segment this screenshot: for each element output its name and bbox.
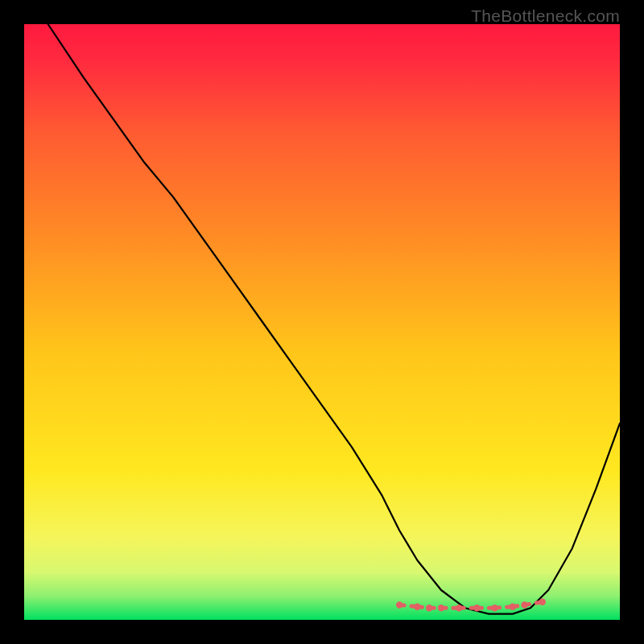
gradient-background bbox=[24, 24, 620, 620]
chart-svg bbox=[24, 24, 620, 620]
plot-area bbox=[24, 24, 620, 620]
optimal-marker bbox=[539, 599, 546, 605]
watermark-text: TheBottleneck.com bbox=[471, 6, 620, 26]
chart-container: TheBottleneck.com bbox=[0, 0, 644, 644]
